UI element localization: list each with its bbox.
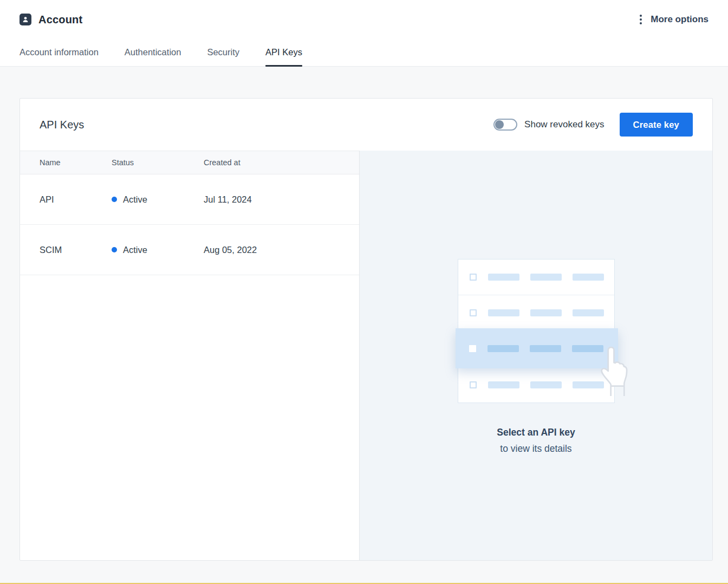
- show-revoked-keys-toggle[interactable]: Show revoked keys: [493, 119, 604, 131]
- tab-authentication[interactable]: Authentication: [125, 47, 181, 67]
- page-title: Account: [38, 14, 82, 26]
- title-left: Account: [20, 14, 82, 26]
- status-label: Active: [123, 245, 147, 255]
- table-row-api[interactable]: API Active Jul 11, 2024: [20, 174, 359, 225]
- empty-state-line2: to view its details: [497, 441, 575, 457]
- cell-name: API: [20, 194, 112, 205]
- select-key-illustration: [458, 259, 615, 403]
- toggle-label: Show revoked keys: [524, 119, 604, 130]
- column-header-created-at: Created at: [204, 158, 359, 167]
- tab-api-keys[interactable]: API Keys: [265, 47, 302, 67]
- column-header-name: Name: [20, 158, 112, 167]
- checkbox-icon: [470, 274, 477, 281]
- cell-created-at: Aug 05, 2022: [204, 245, 359, 255]
- panel-actions: Show revoked keys Create key: [493, 113, 693, 137]
- create-key-button[interactable]: Create key: [620, 113, 693, 137]
- cell-created-at: Jul 11, 2024: [204, 194, 359, 205]
- status-active-dot-icon: [112, 197, 117, 202]
- illustration-row: [458, 367, 614, 403]
- panel-title: API Keys: [40, 119, 84, 131]
- table-header-row: Name Status Created at: [20, 151, 359, 174]
- tab-security[interactable]: Security: [207, 47, 239, 67]
- checkbox-icon: [470, 381, 477, 388]
- illustration-row: [458, 295, 614, 331]
- illustration-row: [458, 259, 614, 295]
- cell-status: Active: [112, 245, 204, 255]
- checkbox-icon: [469, 345, 476, 352]
- empty-state-line1: Select an API key: [497, 425, 575, 441]
- api-keys-panel: API Keys Show revoked keys Create key Na…: [20, 98, 713, 561]
- panel-header: API Keys Show revoked keys Create key: [20, 99, 712, 151]
- title-row: Account More options: [0, 0, 728, 39]
- tab-account-information[interactable]: Account information: [20, 47, 99, 67]
- cell-name: SCIM: [20, 245, 112, 255]
- tab-bar: Account information Authentication Secur…: [0, 39, 728, 67]
- empty-state-text: Select an API key to view its details: [497, 425, 575, 457]
- table-row-scim[interactable]: SCIM Active Aug 05, 2022: [20, 225, 359, 275]
- more-options-label: More options: [651, 14, 708, 25]
- api-keys-table: Name Status Created at API Active Jul 11…: [20, 151, 360, 560]
- kebab-icon: [639, 14, 643, 25]
- toggle-switch-icon[interactable]: [493, 119, 517, 131]
- column-header-status: Status: [112, 158, 204, 167]
- illustration-selected-row: [456, 328, 618, 368]
- account-badge-icon: [20, 14, 31, 25]
- status-label: Active: [123, 194, 147, 205]
- cursor-hand-icon: [597, 347, 629, 397]
- panel-body: Name Status Created at API Active Jul 11…: [20, 151, 712, 560]
- more-options-button[interactable]: More options: [639, 14, 708, 25]
- app-header: Account More options Account information…: [0, 0, 728, 67]
- checkbox-icon: [470, 309, 477, 316]
- status-active-dot-icon: [112, 247, 117, 252]
- cell-status: Active: [112, 194, 204, 205]
- key-details-empty-state: Select an API key to view its details: [360, 151, 712, 560]
